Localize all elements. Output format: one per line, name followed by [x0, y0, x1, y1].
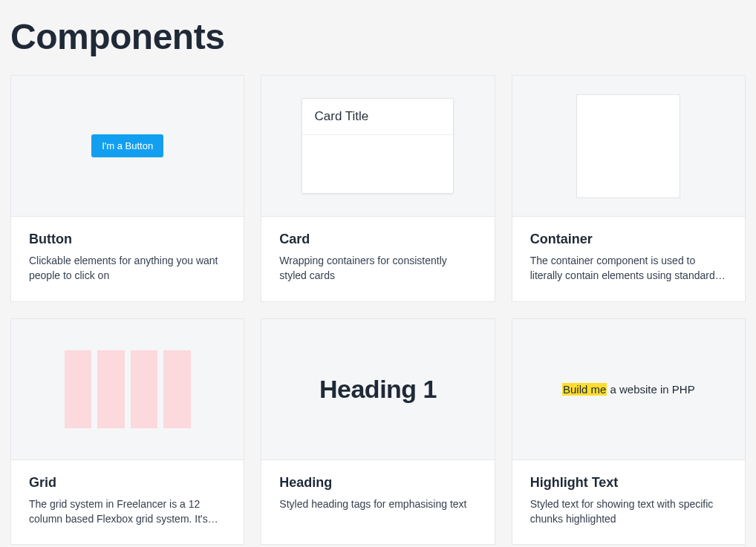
sample-grid	[65, 350, 191, 428]
card-desc: Wrapping containers for consistently sty…	[279, 253, 476, 284]
preview-area: Card Title	[261, 76, 494, 217]
preview-area	[512, 76, 745, 217]
preview-area: Build me a website in PHP	[512, 319, 745, 460]
sample-card-body	[302, 135, 453, 193]
card-title: Heading	[279, 475, 476, 491]
sample-grid-column	[131, 350, 158, 428]
preview-area: I'm a Button	[11, 76, 244, 217]
card-title: Grid	[29, 475, 226, 491]
card-title: Highlight Text	[530, 475, 727, 491]
component-card-grid[interactable]: Grid The grid system in Freelancer is a …	[10, 318, 244, 546]
sample-highlight-text: Build me a website in PHP	[562, 383, 695, 396]
card-desc: Styled heading tags for emphasising text	[279, 497, 476, 511]
components-grid: I'm a Button Button Clickable elements f…	[10, 75, 746, 545]
preview-area: Heading 1	[261, 319, 494, 460]
plain-span: a website in PHP	[607, 383, 694, 396]
card-desc: Clickable elements for anything you want…	[29, 253, 226, 284]
component-card-card[interactable]: Card Title Card Wrapping containers for …	[261, 75, 495, 302]
card-desc: The container component is used to liter…	[530, 253, 727, 284]
sample-grid-column	[163, 350, 191, 428]
sample-card-title: Card Title	[302, 99, 453, 135]
card-meta: Container The container component is use…	[512, 217, 745, 301]
card-title: Container	[530, 232, 727, 247]
card-meta: Button Clickable elements for anything y…	[11, 217, 244, 301]
card-meta: Card Wrapping containers for consistentl…	[261, 217, 494, 301]
card-desc: The grid system in Freelancer is a 12 co…	[29, 497, 226, 527]
sample-heading: Heading 1	[319, 375, 437, 404]
component-card-highlight[interactable]: Build me a website in PHP Highlight Text…	[512, 318, 746, 546]
sample-grid-column	[65, 350, 92, 428]
page-title: Components	[10, 16, 746, 57]
card-meta: Heading Styled heading tags for emphasis…	[261, 460, 494, 529]
card-desc: Styled text for showing text with specif…	[530, 497, 727, 527]
card-meta: Grid The grid system in Freelancer is a …	[11, 460, 244, 545]
highlighted-span: Build me	[562, 383, 607, 396]
card-title: Button	[29, 232, 226, 247]
sample-card: Card Title	[302, 98, 454, 194]
component-card-heading[interactable]: Heading 1 Heading Styled heading tags fo…	[261, 318, 495, 546]
component-card-button[interactable]: I'm a Button Button Clickable elements f…	[10, 75, 244, 302]
sample-button: I'm a Button	[91, 134, 163, 157]
card-meta: Highlight Text Styled text for showing t…	[512, 460, 745, 545]
sample-grid-column	[97, 350, 125, 428]
card-title: Card	[279, 232, 476, 247]
sample-container	[576, 94, 680, 198]
component-card-container[interactable]: Container The container component is use…	[512, 75, 746, 302]
preview-area	[11, 319, 244, 460]
